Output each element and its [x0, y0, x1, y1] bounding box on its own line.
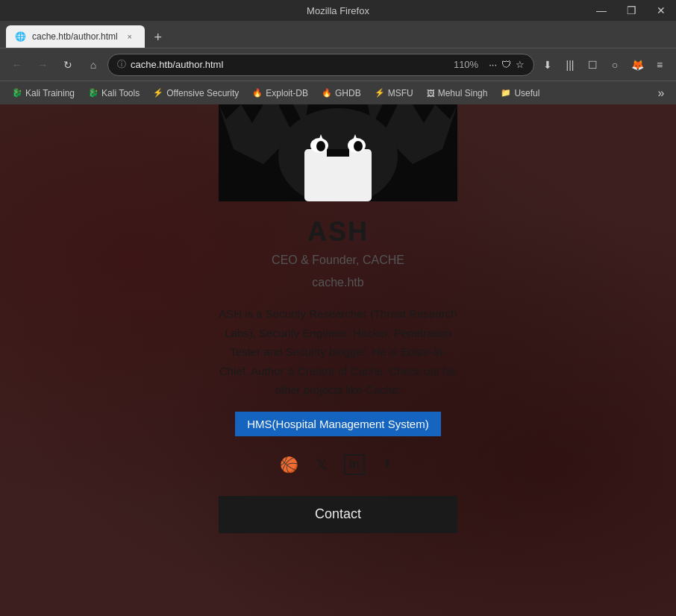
star-icon[interactable]: ☆: [516, 59, 525, 70]
hms-link[interactable]: HMS(Hospital Management System): [235, 412, 440, 436]
useful-label: Useful: [514, 88, 539, 98]
synced-tabs-button[interactable]: ☐: [582, 54, 603, 75]
back-icon: ←: [12, 59, 22, 71]
bookmark-mehul-singh[interactable]: 🖼 Mehul Singh: [421, 84, 494, 102]
author-bio: ASH is a Security Researcher (Threat Res…: [219, 304, 457, 400]
author-name: ASH: [307, 216, 369, 248]
back-button[interactable]: ←: [6, 54, 28, 76]
browser-title: Mozilla Firefox: [307, 5, 369, 16]
bookmark-kali-tools[interactable]: 🐉 Kali Tools: [82, 84, 145, 102]
library-button[interactable]: |||: [560, 54, 580, 75]
reload-icon: ↻: [63, 59, 72, 71]
shield-icon[interactable]: 🛡: [501, 59, 511, 70]
forward-icon: →: [37, 59, 48, 71]
author-title: CEO & Founder, CACHE: [272, 254, 404, 267]
download-button[interactable]: ⬇: [537, 54, 558, 75]
msfu-label: MSFU: [388, 88, 413, 98]
svg-point-15: [354, 141, 363, 151]
home-button[interactable]: ⌂: [82, 54, 104, 76]
address-bar[interactable]: ⓘ cache.htb/author.html 110% ··· 🛡 ☆: [107, 54, 534, 76]
close-button[interactable]: ✕: [646, 0, 676, 21]
svg-rect-8: [304, 149, 372, 201]
exploit-db-icon: 🔥: [252, 88, 263, 98]
ghdb-label: GHDB: [335, 88, 361, 98]
offensive-security-label: Offensive Security: [166, 88, 239, 98]
more-bookmarks-button[interactable]: »: [652, 84, 670, 102]
tab-favicon: 🌐: [15, 31, 26, 42]
restore-button[interactable]: ❒: [616, 0, 646, 21]
bookmark-useful[interactable]: 📁 Useful: [495, 84, 545, 102]
more-icon[interactable]: ···: [489, 59, 497, 70]
kali-training-icon: 🐉: [12, 88, 22, 98]
ghdb-icon: 🔥: [322, 88, 332, 98]
account-button[interactable]: ○: [604, 54, 625, 75]
lock-icon: ⓘ: [117, 58, 126, 71]
nav-bar: ← → ↻ ⌂ ⓘ cache.htb/author.html 110% ···…: [0, 48, 676, 81]
url-path: cache.htb/author.html: [131, 59, 223, 70]
zoom-level: 110%: [448, 59, 484, 70]
fox-icon-button[interactable]: 🦊: [627, 54, 648, 75]
forward-button[interactable]: →: [31, 54, 54, 76]
bookmark-exploit-db[interactable]: 🔥 Exploit-DB: [246, 84, 314, 102]
tab-bar: 🌐 cache.htb/author.html × +: [0, 21, 676, 48]
window-controls: — ❒ ✕: [586, 0, 676, 21]
social-icons: 🏀 𝕏 in f: [278, 454, 398, 475]
linkedin-icon[interactable]: in: [344, 454, 365, 475]
svg-point-14: [316, 141, 325, 151]
twitter-icon[interactable]: 𝕏: [311, 454, 332, 475]
bookmark-msfu[interactable]: ⚡ MSFU: [369, 84, 419, 102]
bookmark-offensive-security[interactable]: ⚡ Offensive Security: [147, 84, 245, 102]
minimize-button[interactable]: —: [586, 0, 616, 21]
page-inner: ASH CEO & Founder, CACHE cache.htb ASH i…: [0, 104, 676, 548]
url-text: cache.htb/author.html: [131, 59, 443, 70]
bookmark-ghdb[interactable]: 🔥 GHDB: [316, 84, 367, 102]
svg-rect-9: [327, 149, 349, 157]
tab-label: cache.htb/author.html: [32, 31, 118, 42]
kali-training-label: Kali Training: [25, 88, 75, 98]
mehul-singh-label: Mehul Singh: [438, 88, 488, 98]
new-tab-button[interactable]: +: [148, 27, 169, 48]
avatar-container: [219, 104, 457, 201]
bookmark-kali-training[interactable]: 🐉 Kali Training: [6, 84, 81, 102]
active-tab[interactable]: 🌐 cache.htb/author.html ×: [6, 25, 145, 48]
kali-tools-label: Kali Tools: [101, 88, 140, 98]
tab-close-button[interactable]: ×: [124, 31, 136, 43]
author-site: cache.htb: [312, 276, 363, 289]
menu-button[interactable]: ≡: [649, 54, 670, 75]
bookmarks-bar: 🐉 Kali Training 🐉 Kali Tools ⚡ Offensive…: [0, 81, 676, 104]
mehul-singh-icon: 🖼: [427, 89, 435, 98]
reload-button[interactable]: ↻: [57, 54, 79, 76]
useful-icon: 📁: [501, 88, 511, 98]
kali-tools-icon: 🐉: [88, 88, 98, 98]
contact-button[interactable]: Contact: [219, 496, 457, 533]
exploit-db-label: Exploit-DB: [266, 88, 308, 98]
facebook-icon[interactable]: f: [377, 454, 398, 475]
avatar-image: [219, 104, 457, 201]
dribbble-icon[interactable]: 🏀: [278, 454, 299, 475]
home-icon: ⌂: [90, 59, 96, 71]
offensive-security-icon: ⚡: [153, 88, 163, 98]
page-content: ASH CEO & Founder, CACHE cache.htb ASH i…: [0, 104, 676, 616]
msfu-icon: ⚡: [375, 88, 385, 98]
title-bar: Mozilla Firefox — ❒ ✕: [0, 0, 676, 21]
nav-action-icons: ⬇ ||| ☐ ○ 🦊 ≡: [537, 54, 670, 75]
